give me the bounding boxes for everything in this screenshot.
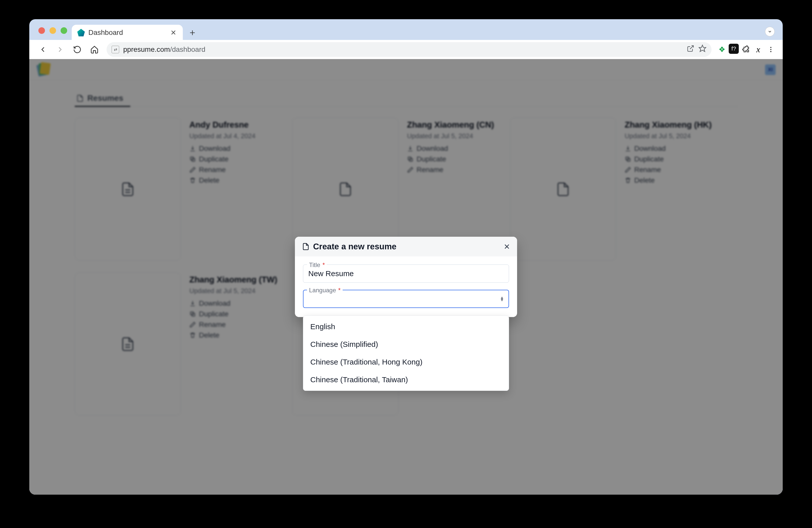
tabs-dropdown-button[interactable] bbox=[765, 27, 774, 37]
back-button[interactable] bbox=[35, 43, 50, 56]
modal-body: Title * Language * ▲▼ bbox=[295, 256, 517, 317]
browser-menu-button[interactable] bbox=[765, 44, 777, 55]
tab-favicon-icon bbox=[77, 29, 85, 37]
extensions-puzzle-icon[interactable] bbox=[740, 44, 751, 55]
forward-button[interactable] bbox=[53, 43, 68, 56]
modal-close-button[interactable]: ✕ bbox=[504, 242, 510, 251]
url-path: /dashboard bbox=[170, 45, 205, 53]
title-label: Title * bbox=[307, 261, 327, 269]
title-input[interactable] bbox=[303, 265, 509, 283]
language-field: Language * ▲▼ bbox=[303, 290, 509, 308]
open-external-icon[interactable] bbox=[687, 45, 694, 54]
modal-title: Create a new resume bbox=[313, 242, 396, 251]
tab-title: Dashboard bbox=[88, 29, 167, 37]
tab-strip: Dashboard ✕ ＋ bbox=[29, 19, 783, 40]
browser-toolbar: ⇄ ppresume.com/dashboard ❖ f? x bbox=[29, 40, 783, 59]
window-controls bbox=[35, 27, 72, 40]
site-settings-icon[interactable]: ⇄ bbox=[112, 46, 119, 53]
tab-close-button[interactable]: ✕ bbox=[171, 29, 176, 37]
home-button[interactable] bbox=[87, 43, 102, 56]
extensions: ❖ f? x bbox=[716, 44, 777, 55]
extension-leaf-icon[interactable]: ❖ bbox=[716, 44, 728, 55]
language-option[interactable]: Chinese (Traditional, Hong Kong) bbox=[303, 353, 509, 371]
chevron-down-icon bbox=[768, 29, 772, 34]
window-close-button[interactable] bbox=[38, 27, 45, 34]
reload-button[interactable] bbox=[70, 43, 85, 56]
svg-point-2 bbox=[770, 47, 772, 48]
viewport: XI Resumes bbox=[29, 59, 783, 495]
window-zoom-button[interactable] bbox=[61, 27, 67, 34]
svg-point-4 bbox=[770, 51, 772, 52]
svg-marker-1 bbox=[699, 45, 706, 52]
svg-line-0 bbox=[690, 46, 694, 49]
title-field: Title * bbox=[303, 265, 509, 283]
select-arrows-icon[interactable]: ▲▼ bbox=[500, 296, 504, 301]
window-minimize-button[interactable] bbox=[49, 27, 56, 34]
language-label: Language * bbox=[307, 287, 343, 294]
language-option[interactable]: Chinese (Traditional, Taiwan) bbox=[303, 371, 509, 388]
url-bar[interactable]: ⇄ ppresume.com/dashboard bbox=[106, 42, 711, 57]
browser-window: Dashboard ✕ ＋ ⇄ ppresume.com/dashboard bbox=[29, 19, 783, 495]
extension-code-icon[interactable]: f? bbox=[729, 44, 739, 54]
bookmark-icon[interactable] bbox=[698, 44, 707, 54]
create-resume-modal: Create a new resume ✕ Title * Language *… bbox=[295, 237, 517, 317]
language-option[interactable]: English bbox=[303, 318, 509, 336]
modal-header: Create a new resume ✕ bbox=[295, 237, 517, 256]
language-option[interactable]: Chinese (Simplified) bbox=[303, 336, 509, 353]
svg-point-3 bbox=[770, 49, 772, 50]
new-tab-button[interactable]: ＋ bbox=[186, 26, 199, 39]
document-icon bbox=[302, 243, 309, 251]
extension-x-icon[interactable]: x bbox=[752, 44, 764, 55]
url-domain: ppresume.com bbox=[123, 45, 170, 53]
browser-tab[interactable]: Dashboard ✕ bbox=[72, 25, 183, 40]
language-dropdown: English Chinese (Simplified) Chinese (Tr… bbox=[303, 315, 509, 391]
